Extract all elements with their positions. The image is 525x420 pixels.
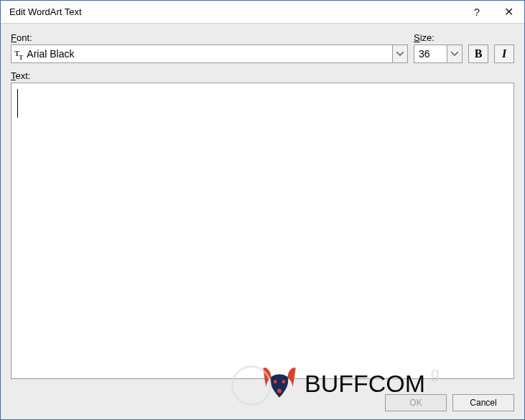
cancel-button[interactable]: Cancel — [452, 394, 514, 411]
font-input[interactable]: TT Arial Black — [11, 45, 392, 63]
help-button[interactable]: ? — [461, 1, 493, 24]
font-dropdown-button[interactable] — [392, 45, 408, 63]
size-value: 36 — [419, 48, 430, 60]
italic-button[interactable]: I — [494, 45, 514, 63]
font-combo[interactable]: TT Arial Black — [11, 45, 408, 63]
size-label: Size: — [414, 32, 463, 43]
help-icon: ? — [474, 6, 480, 18]
close-icon: ✕ — [504, 5, 514, 19]
size-field: Size: 36 — [414, 32, 463, 63]
ok-button[interactable]: OK — [385, 394, 447, 411]
truetype-icon: TT — [14, 50, 24, 60]
titlebar: Edit WordArt Text ? ✕ — [1, 1, 524, 24]
font-value: Arial Black — [27, 48, 74, 60]
dialog-footer: OK Cancel — [1, 386, 524, 419]
bold-button[interactable]: B — [468, 45, 488, 63]
dialog-window: Edit WordArt Text ? ✕ Font: TT Arial Bla… — [0, 0, 525, 420]
window-title: Edit WordArt Text — [9, 6, 461, 17]
chevron-down-icon — [396, 52, 404, 56]
close-button[interactable]: ✕ — [493, 1, 524, 24]
bold-icon: B — [475, 47, 483, 60]
size-combo[interactable]: 36 — [414, 45, 463, 63]
size-input[interactable]: 36 — [414, 45, 447, 63]
text-caret — [17, 89, 18, 118]
text-label: Text: — [11, 70, 514, 81]
text-input[interactable] — [11, 83, 514, 379]
font-field: Font: TT Arial Black — [11, 32, 408, 63]
chevron-down-icon — [451, 52, 458, 56]
italic-icon: I — [502, 47, 506, 60]
size-dropdown-button[interactable] — [447, 45, 463, 63]
dialog-body: Font: TT Arial Black Size: 36 — [1, 24, 524, 386]
font-label: Font: — [11, 32, 408, 43]
top-row: Font: TT Arial Black Size: 36 — [11, 32, 514, 63]
